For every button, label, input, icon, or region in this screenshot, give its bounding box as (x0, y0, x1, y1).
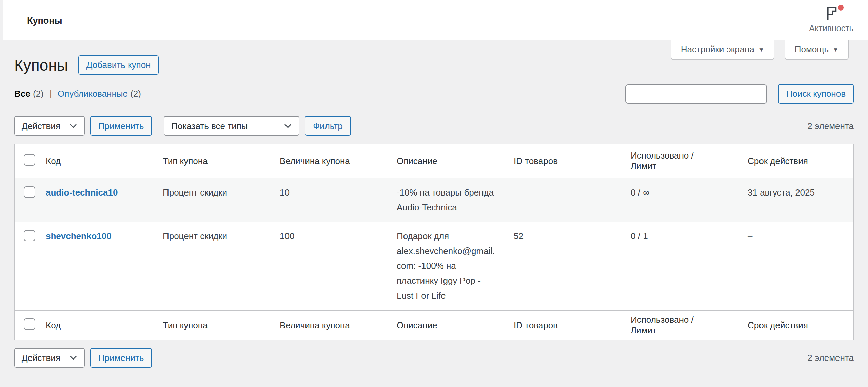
page-title: Купоны (14, 57, 68, 73)
product-ids-cell: 52 (507, 222, 624, 310)
topbar-title: Купоны (27, 16, 62, 26)
search-coupons-button[interactable]: Поиск купонов (778, 84, 854, 104)
expiry-cell: 31 августа, 2025 (741, 178, 853, 222)
chevron-down-icon: ▼ (758, 47, 764, 53)
column-footer-code: Код (39, 310, 156, 340)
add-coupon-button[interactable]: Добавить купон (78, 55, 159, 75)
chevron-down-icon (284, 123, 292, 129)
column-footer-description: Описание (390, 310, 507, 340)
tab-screen-options-label: Настройки экрана (681, 44, 754, 54)
table-row: shevchenko100 Процент скидки 100 Подарок… (15, 222, 853, 310)
column-header-product-ids: ID товаров (507, 144, 624, 178)
coupon-description-cell: Подарок для alex.shevchenko@gmail. com: … (390, 222, 507, 310)
tab-screen-options[interactable]: Настройки экрана▼ (671, 40, 774, 60)
coupon-type-cell: Процент скидки (156, 178, 273, 222)
tab-help[interactable]: Помощь▼ (785, 40, 849, 60)
filter-published-link[interactable]: Опубликованные (58, 89, 128, 99)
bulk-actions-select[interactable]: Действия (14, 116, 85, 136)
apply-button[interactable]: Применить (90, 116, 152, 136)
column-header-type: Тип купона (156, 144, 273, 178)
chevron-down-icon: ▼ (833, 47, 839, 53)
bulk-actions-select-bottom[interactable]: Действия (14, 348, 85, 368)
coupon-amount-cell: 100 (273, 222, 390, 310)
row-checkbox[interactable] (24, 186, 35, 198)
coupon-description-cell: -10% на товары бренда Audio-Technica (390, 178, 507, 222)
coupons-table: Код Тип купона Величина купона Описание … (14, 144, 854, 340)
tablenav-bottom: Действия Применить 2 элемента (14, 348, 854, 368)
tablenav-top: Действия Применить Показать все типы Фил… (14, 116, 854, 136)
coupon-type-label: Показать все типы (171, 121, 248, 131)
activity-label: Активность (804, 23, 859, 33)
coupon-type-select[interactable]: Показать все типы (164, 116, 299, 136)
content-area: Купоны Добавить купон Все (2) | Опублико… (0, 55, 868, 368)
admin-top-bar: Купоны Активность (0, 0, 868, 40)
product-ids-cell: – (507, 178, 624, 222)
select-all-checkbox[interactable] (24, 318, 35, 330)
items-count-top: 2 элемента (807, 121, 854, 131)
chevron-down-icon (69, 123, 77, 129)
status-filter-links: Все (2) | Опубликованные (2) (14, 89, 141, 99)
select-all-checkbox[interactable] (24, 154, 35, 166)
tab-help-label: Помощь (795, 44, 829, 54)
column-footer-usage-limit: Использовано / Лимит (624, 310, 741, 340)
column-footer-amount: Величина купона (273, 310, 390, 340)
column-footer-expiry: Срок действия (741, 310, 853, 340)
filter-all-link[interactable]: Все (14, 89, 31, 99)
notification-dot (838, 5, 844, 11)
table-footer-row: Код Тип купона Величина купона Описание … (15, 310, 853, 340)
filter-published-count: (2) (130, 89, 141, 99)
table-header-row: Код Тип купона Величина купона Описание … (15, 144, 853, 178)
screen-option-tabs: Настройки экрана▼ Помощь▼ (671, 40, 849, 60)
filter-button[interactable]: Фильтр (305, 116, 351, 136)
bulk-actions-label: Действия (22, 121, 60, 131)
coupon-code-link[interactable]: audio-technica10 (46, 187, 118, 198)
bulk-actions-label: Действия (22, 353, 60, 363)
column-header-amount: Величина купона (273, 144, 390, 178)
expiry-cell: – (741, 222, 853, 310)
row-checkbox[interactable] (24, 230, 35, 241)
flag-icon (825, 5, 838, 20)
column-footer-type: Тип купона (156, 310, 273, 340)
items-count-bottom: 2 элемента (807, 353, 854, 363)
coupon-type-cell: Процент скидки (156, 222, 273, 310)
column-header-expiry: Срок действия (741, 144, 853, 178)
usage-limit-cell: 0 / ∞ (624, 178, 741, 222)
apply-button-bottom[interactable]: Применить (90, 348, 152, 368)
filter-all-count: (2) (33, 89, 44, 99)
search-input[interactable] (625, 84, 767, 104)
coupon-code-link[interactable]: shevchenko100 (46, 231, 112, 241)
usage-limit-cell: 0 / 1 (624, 222, 741, 310)
activity-button[interactable]: Активность (804, 5, 859, 33)
column-header-code: Код (39, 144, 156, 178)
coupon-amount-cell: 10 (273, 178, 390, 222)
search-box: Поиск купонов (625, 84, 854, 104)
column-header-description: Описание (390, 144, 507, 178)
chevron-down-icon (69, 355, 77, 361)
filter-separator: | (50, 89, 52, 99)
table-row: audio-technica10 Процент скидки 10 -10% … (15, 178, 853, 222)
column-footer-product-ids: ID товаров (507, 310, 624, 340)
column-header-usage-limit: Использовано / Лимит (624, 144, 741, 178)
